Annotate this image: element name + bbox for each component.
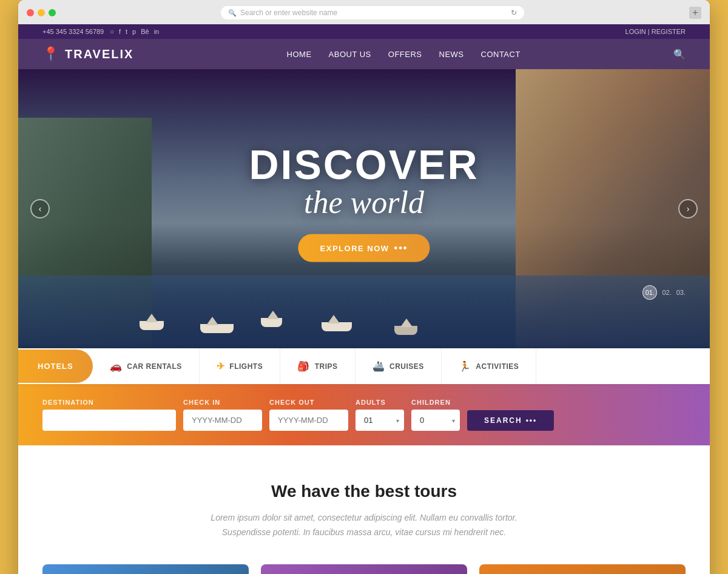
- checkout-label: CHECK OUT: [269, 399, 348, 406]
- main-content: We have the best tours Lorem ipsum dolor…: [18, 445, 710, 574]
- hero-next-button[interactable]: ›: [678, 199, 698, 218]
- slide-indicator-3[interactable]: 03.: [676, 289, 686, 296]
- tour-cards-preview: [42, 564, 686, 574]
- reload-icon[interactable]: ↻: [511, 8, 517, 17]
- search-button[interactable]: 🔍: [673, 49, 686, 60]
- children-group: CHILDREN 0 1 2 3: [411, 399, 460, 431]
- adults-group: ADULTS 01 02 03 04: [356, 399, 404, 431]
- hero-section: ‹ › 01. 02. 03. DISCOVER the world EXPLO…: [18, 69, 710, 348]
- tab-activities[interactable]: 🏃 ACTIVITIES: [442, 348, 537, 384]
- nav-contact[interactable]: CONTACT: [481, 50, 521, 59]
- explore-btn-dots: •••: [394, 243, 408, 254]
- ship-icon: 🚢: [372, 360, 385, 372]
- search-form: DESTINATION CHECK IN CHECK OUT ADULTS 01…: [42, 399, 686, 431]
- backpack-icon: 🎒: [297, 360, 310, 372]
- nav-home[interactable]: HOME: [287, 50, 312, 59]
- browser-chrome: 🔍 Search or enter website name ↻ +: [18, 0, 710, 24]
- adults-label: ADULTS: [356, 399, 404, 406]
- tab-hotels[interactable]: HOTELS: [18, 349, 93, 383]
- category-tabs: HOTELS 🚗 CAR RENTALS ✈ FLIGHTS 🎒 TRIPS 🚢…: [18, 348, 710, 384]
- address-bar-text: Search or enter website name: [240, 8, 337, 17]
- top-bar-right: LOGIN | REGISTER: [625, 28, 686, 35]
- tab-trips[interactable]: 🎒 TRIPS: [280, 348, 355, 384]
- address-bar[interactable]: 🔍 Search or enter website name ↻: [221, 6, 524, 19]
- boat-3: [261, 318, 282, 327]
- nav-offers[interactable]: OFFERS: [388, 50, 422, 59]
- nav-news[interactable]: NEWS: [439, 50, 464, 59]
- close-button[interactable]: [27, 9, 34, 16]
- checkin-label: CHECK IN: [183, 399, 262, 406]
- boat-1: [140, 321, 164, 330]
- logo-pin-icon: 📍: [42, 46, 60, 62]
- browser-controls: [27, 9, 56, 16]
- behance-icon[interactable]: Bē: [141, 28, 149, 35]
- tab-activities-label: ACTIVITIES: [476, 362, 519, 371]
- search-icon: 🔍: [228, 9, 237, 17]
- phone-number: +45 345 3324 56789: [42, 28, 104, 35]
- new-tab-button[interactable]: +: [689, 7, 701, 19]
- slide-indicator-2[interactable]: 02.: [662, 289, 671, 296]
- checkin-group: CHECK IN: [183, 399, 262, 431]
- section-title: We have the best tours: [42, 482, 686, 501]
- boat-5: [394, 326, 417, 335]
- top-bar-left: +45 345 3324 56789 ○ f t p Bē in: [42, 28, 159, 35]
- main-nav: 📍 TRAVELIX HOME ABOUT US OFFERS NEWS CON…: [18, 39, 710, 69]
- boat-4: [322, 322, 352, 331]
- tab-car-rentals-label: CAR RENTALS: [127, 362, 182, 371]
- car-icon: 🚗: [110, 360, 123, 372]
- tour-card-3[interactable]: [479, 564, 686, 574]
- children-label: CHILDREN: [411, 399, 460, 406]
- tab-flights-label: FLIGHTS: [229, 362, 263, 371]
- section-subtitle: Lorem ipsum dolor sit amet, consectetur …: [182, 511, 546, 540]
- social-icons: ○ f t p Bē in: [110, 28, 159, 35]
- tab-car-rentals[interactable]: 🚗 CAR RENTALS: [93, 348, 200, 384]
- checkout-input[interactable]: [269, 410, 348, 431]
- top-bar: +45 345 3324 56789 ○ f t p Bē in LOGIN |…: [18, 24, 710, 39]
- twitter-icon[interactable]: t: [126, 28, 127, 35]
- search-button[interactable]: SEARCH •••: [467, 410, 554, 431]
- slide-indicators: 01. 02. 03.: [642, 285, 686, 300]
- destination-label: DESTINATION: [42, 399, 176, 406]
- search-section: DESTINATION CHECK IN CHECK OUT ADULTS 01…: [18, 384, 710, 445]
- register-link[interactable]: REGISTER: [652, 28, 686, 35]
- plane-icon: ✈: [217, 360, 225, 372]
- nav-links: HOME ABOUT US OFFERS NEWS CONTACT: [287, 50, 521, 59]
- circle-social-icon[interactable]: ○: [110, 28, 114, 35]
- tab-cruises-label: CRUISES: [389, 362, 424, 371]
- pinterest-icon[interactable]: p: [132, 28, 136, 35]
- checkin-input[interactable]: [183, 410, 262, 431]
- adults-select-wrapper: 01 02 03 04: [356, 410, 404, 431]
- boat-2: [200, 324, 234, 333]
- hero-title-main: DISCOVER: [249, 144, 479, 185]
- maximize-button[interactable]: [49, 9, 56, 16]
- destination-group: DESTINATION: [42, 399, 176, 431]
- chevron-right-icon: ›: [687, 204, 690, 214]
- adults-select[interactable]: 01 02 03 04: [356, 410, 404, 431]
- search-label: SEARCH: [484, 416, 522, 425]
- minimize-button[interactable]: [38, 9, 45, 16]
- hero-content: DISCOVER the world EXPLORE NOW •••: [249, 144, 479, 262]
- explore-btn-label: EXPLORE NOW: [320, 243, 389, 252]
- destination-input[interactable]: [42, 410, 176, 431]
- hero-title-sub: the world: [249, 185, 479, 220]
- login-link[interactable]: LOGIN: [625, 28, 646, 35]
- logo[interactable]: 📍 TRAVELIX: [42, 46, 133, 62]
- slide-indicator-1[interactable]: 01.: [642, 285, 657, 300]
- nav-about[interactable]: ABOUT US: [329, 50, 371, 59]
- hero-prev-button[interactable]: ‹: [30, 199, 50, 218]
- children-select-wrapper: 0 1 2 3: [411, 410, 460, 431]
- tab-cruises[interactable]: 🚢 CRUISES: [356, 348, 442, 384]
- tab-flights[interactable]: ✈ FLIGHTS: [200, 348, 280, 384]
- tour-card-1[interactable]: [42, 564, 249, 574]
- activity-icon: 🏃: [459, 360, 471, 372]
- tab-trips-label: TRIPS: [315, 362, 338, 371]
- facebook-icon[interactable]: f: [119, 28, 121, 35]
- linkedin-icon[interactable]: in: [154, 28, 160, 35]
- hero-water: [18, 275, 710, 348]
- search-dots: •••: [526, 416, 538, 425]
- explore-now-button[interactable]: EXPLORE NOW •••: [298, 234, 430, 262]
- chevron-left-icon: ‹: [39, 204, 42, 214]
- tour-card-2[interactable]: [261, 564, 467, 574]
- checkout-group: CHECK OUT: [269, 399, 348, 431]
- children-select[interactable]: 0 1 2 3: [411, 410, 460, 431]
